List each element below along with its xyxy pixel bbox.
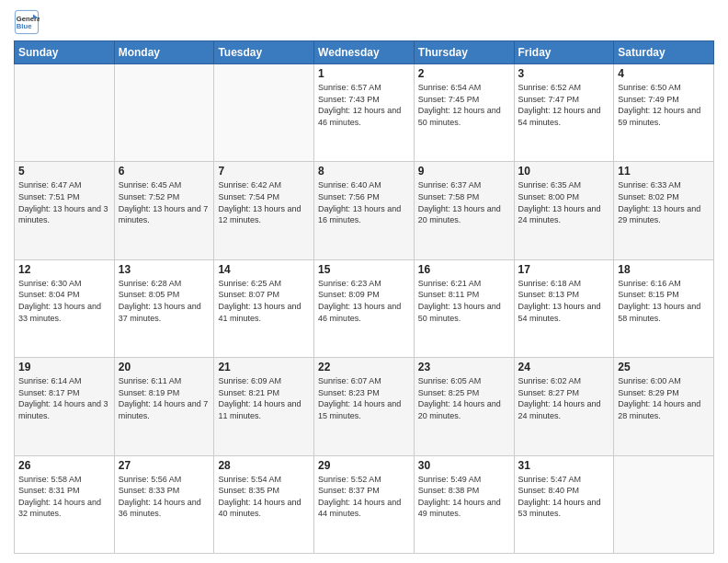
day-number: 22	[318, 361, 410, 373]
day-number: 5	[18, 165, 110, 178]
day-number: 31	[518, 459, 610, 472]
day-info: Sunrise: 6:37 AM Sunset: 7:58 PM Dayligh…	[418, 179, 510, 225]
day-number: 14	[218, 263, 310, 276]
calendar-day-cell: 12Sunrise: 6:30 AM Sunset: 8:04 PM Dayli…	[15, 259, 115, 357]
day-info: Sunrise: 6:07 AM Sunset: 8:23 PM Dayligh…	[318, 375, 410, 421]
day-number: 8	[318, 165, 410, 178]
day-number: 3	[518, 67, 610, 80]
day-info: Sunrise: 6:45 AM Sunset: 7:52 PM Dayligh…	[119, 179, 210, 225]
page: General Blue SundayMondayTuesdayWednesda…	[0, 0, 728, 563]
day-number: 21	[218, 361, 310, 373]
day-number: 4	[618, 67, 710, 80]
day-info: Sunrise: 6:09 AM Sunset: 8:21 PM Dayligh…	[218, 375, 310, 421]
calendar-day-cell: 5Sunrise: 6:47 AM Sunset: 7:51 PM Daylig…	[15, 162, 115, 259]
day-info: Sunrise: 6:11 AM Sunset: 8:19 PM Dayligh…	[119, 375, 210, 421]
day-number: 28	[218, 459, 310, 472]
day-info: Sunrise: 6:33 AM Sunset: 8:02 PM Dayligh…	[618, 179, 710, 225]
weekday-header: Monday	[114, 41, 214, 64]
day-info: Sunrise: 6:47 AM Sunset: 7:51 PM Dayligh…	[18, 179, 110, 225]
day-number: 24	[518, 361, 610, 373]
day-number: 25	[618, 361, 710, 373]
calendar-header-row: SundayMondayTuesdayWednesdayThursdayFrid…	[15, 41, 714, 64]
day-number: 30	[418, 459, 510, 472]
weekday-header: Wednesday	[314, 41, 415, 64]
day-info: Sunrise: 5:49 AM Sunset: 8:38 PM Dayligh…	[418, 474, 510, 520]
day-info: Sunrise: 6:00 AM Sunset: 8:29 PM Dayligh…	[618, 375, 710, 421]
day-number: 29	[318, 459, 410, 472]
day-info: Sunrise: 6:42 AM Sunset: 7:54 PM Dayligh…	[218, 179, 310, 225]
weekday-header: Tuesday	[214, 41, 314, 64]
calendar-day-cell: 17Sunrise: 6:18 AM Sunset: 8:13 PM Dayli…	[514, 259, 614, 357]
logo-icon: General Blue	[14, 9, 40, 35]
calendar-day-cell	[614, 455, 714, 553]
day-info: Sunrise: 6:40 AM Sunset: 7:56 PM Dayligh…	[318, 179, 410, 225]
day-number: 19	[18, 361, 110, 373]
day-info: Sunrise: 6:50 AM Sunset: 7:49 PM Dayligh…	[618, 82, 710, 128]
calendar-week-row: 12Sunrise: 6:30 AM Sunset: 8:04 PM Dayli…	[15, 259, 714, 357]
calendar-day-cell: 24Sunrise: 6:02 AM Sunset: 8:27 PM Dayli…	[514, 358, 614, 455]
day-number: 20	[119, 361, 210, 373]
day-info: Sunrise: 6:18 AM Sunset: 8:13 PM Dayligh…	[518, 278, 610, 324]
calendar-day-cell: 15Sunrise: 6:23 AM Sunset: 8:09 PM Dayli…	[314, 259, 415, 357]
calendar-week-row: 19Sunrise: 6:14 AM Sunset: 8:17 PM Dayli…	[15, 358, 714, 455]
calendar-table: SundayMondayTuesdayWednesdayThursdayFrid…	[14, 40, 714, 554]
day-info: Sunrise: 6:23 AM Sunset: 8:09 PM Dayligh…	[318, 278, 410, 324]
calendar-week-row: 26Sunrise: 5:58 AM Sunset: 8:31 PM Dayli…	[15, 455, 714, 553]
weekday-header: Sunday	[15, 41, 115, 64]
svg-text:Blue: Blue	[17, 22, 32, 30]
calendar-day-cell: 7Sunrise: 6:42 AM Sunset: 7:54 PM Daylig…	[214, 162, 314, 259]
day-number: 2	[418, 67, 510, 80]
day-number: 17	[518, 263, 610, 276]
day-number: 10	[518, 165, 610, 178]
calendar-day-cell: 28Sunrise: 5:54 AM Sunset: 8:35 PM Dayli…	[214, 455, 314, 553]
day-number: 16	[418, 263, 510, 276]
day-info: Sunrise: 6:25 AM Sunset: 8:07 PM Dayligh…	[218, 278, 310, 324]
calendar-day-cell: 2Sunrise: 6:54 AM Sunset: 7:45 PM Daylig…	[414, 64, 514, 162]
calendar-day-cell: 27Sunrise: 5:56 AM Sunset: 8:33 PM Dayli…	[114, 455, 214, 553]
day-info: Sunrise: 5:58 AM Sunset: 8:31 PM Dayligh…	[18, 474, 110, 520]
day-info: Sunrise: 6:54 AM Sunset: 7:45 PM Dayligh…	[418, 82, 510, 128]
calendar-day-cell: 13Sunrise: 6:28 AM Sunset: 8:05 PM Dayli…	[114, 259, 214, 357]
day-info: Sunrise: 5:52 AM Sunset: 8:37 PM Dayligh…	[318, 474, 410, 520]
calendar-day-cell: 9Sunrise: 6:37 AM Sunset: 7:58 PM Daylig…	[414, 162, 514, 259]
day-number: 11	[618, 165, 710, 178]
calendar-day-cell: 23Sunrise: 6:05 AM Sunset: 8:25 PM Dayli…	[414, 358, 514, 455]
day-number: 18	[618, 263, 710, 276]
calendar-day-cell: 31Sunrise: 5:47 AM Sunset: 8:40 PM Dayli…	[514, 455, 614, 553]
day-number: 12	[18, 263, 110, 276]
calendar-day-cell: 21Sunrise: 6:09 AM Sunset: 8:21 PM Dayli…	[214, 358, 314, 455]
calendar-day-cell: 4Sunrise: 6:50 AM Sunset: 7:49 PM Daylig…	[614, 64, 714, 162]
day-number: 7	[218, 165, 310, 178]
day-info: Sunrise: 6:52 AM Sunset: 7:47 PM Dayligh…	[518, 82, 610, 128]
day-number: 27	[119, 459, 210, 472]
calendar-day-cell: 20Sunrise: 6:11 AM Sunset: 8:19 PM Dayli…	[114, 358, 214, 455]
calendar-day-cell: 6Sunrise: 6:45 AM Sunset: 7:52 PM Daylig…	[114, 162, 214, 259]
day-info: Sunrise: 6:02 AM Sunset: 8:27 PM Dayligh…	[518, 375, 610, 421]
calendar-week-row: 5Sunrise: 6:47 AM Sunset: 7:51 PM Daylig…	[15, 162, 714, 259]
calendar-day-cell: 1Sunrise: 6:57 AM Sunset: 7:43 PM Daylig…	[314, 64, 415, 162]
calendar-week-row: 1Sunrise: 6:57 AM Sunset: 7:43 PM Daylig…	[15, 64, 714, 162]
day-info: Sunrise: 6:16 AM Sunset: 8:15 PM Dayligh…	[618, 278, 710, 324]
day-number: 26	[18, 459, 110, 472]
day-info: Sunrise: 6:21 AM Sunset: 8:11 PM Dayligh…	[418, 278, 510, 324]
calendar-day-cell: 10Sunrise: 6:35 AM Sunset: 8:00 PM Dayli…	[514, 162, 614, 259]
calendar-day-cell: 14Sunrise: 6:25 AM Sunset: 8:07 PM Dayli…	[214, 259, 314, 357]
day-number: 13	[119, 263, 210, 276]
svg-text:General: General	[17, 15, 40, 23]
logo: General Blue	[14, 9, 40, 35]
calendar-day-cell: 16Sunrise: 6:21 AM Sunset: 8:11 PM Dayli…	[414, 259, 514, 357]
calendar-day-cell: 25Sunrise: 6:00 AM Sunset: 8:29 PM Dayli…	[614, 358, 714, 455]
calendar-day-cell	[114, 64, 214, 162]
calendar-day-cell: 22Sunrise: 6:07 AM Sunset: 8:23 PM Dayli…	[314, 358, 415, 455]
day-info: Sunrise: 5:54 AM Sunset: 8:35 PM Dayligh…	[218, 474, 310, 520]
calendar-day-cell: 30Sunrise: 5:49 AM Sunset: 8:38 PM Dayli…	[414, 455, 514, 553]
day-info: Sunrise: 6:30 AM Sunset: 8:04 PM Dayligh…	[18, 278, 110, 324]
day-info: Sunrise: 5:47 AM Sunset: 8:40 PM Dayligh…	[518, 474, 610, 520]
day-number: 6	[119, 165, 210, 178]
weekday-header: Saturday	[614, 41, 714, 64]
day-number: 1	[318, 67, 410, 80]
day-info: Sunrise: 6:35 AM Sunset: 8:00 PM Dayligh…	[518, 179, 610, 225]
calendar-day-cell: 29Sunrise: 5:52 AM Sunset: 8:37 PM Dayli…	[314, 455, 415, 553]
calendar-day-cell: 26Sunrise: 5:58 AM Sunset: 8:31 PM Dayli…	[15, 455, 115, 553]
day-info: Sunrise: 6:28 AM Sunset: 8:05 PM Dayligh…	[119, 278, 210, 324]
